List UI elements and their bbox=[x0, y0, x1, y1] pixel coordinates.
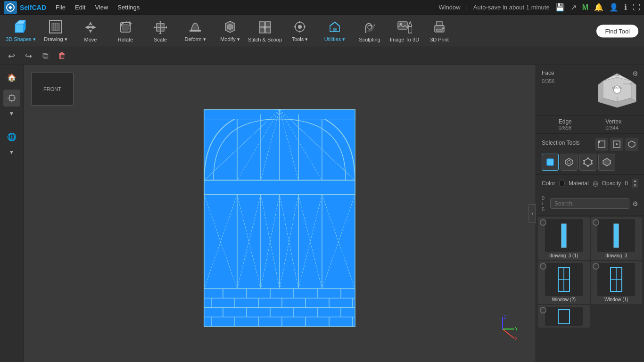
view-points-btn[interactable] bbox=[579, 154, 596, 171]
svg-marker-9 bbox=[85, 22, 96, 33]
color-material-opacity-row: Color Material ◎ Opacity 0 ▲ ▼ bbox=[536, 175, 644, 192]
menu-view[interactable]: View bbox=[91, 2, 112, 13]
tool-sculpting-label: Sculpting bbox=[359, 37, 380, 42]
delete-button[interactable]: 🗑 bbox=[56, 49, 69, 63]
svg-marker-16 bbox=[159, 21, 162, 22]
objects-search-input[interactable] bbox=[550, 198, 629, 209]
sel-tool-1[interactable] bbox=[595, 138, 608, 151]
fullscreen-icon[interactable]: ⛶ bbox=[633, 3, 640, 12]
tool-3d-print[interactable]: 3D Print bbox=[422, 16, 456, 46]
view-wireframe-btn[interactable] bbox=[561, 154, 578, 171]
svg-marker-144 bbox=[603, 158, 611, 166]
door-model bbox=[199, 105, 360, 331]
opacity-spinner[interactable]: ▲ ▼ bbox=[632, 179, 638, 188]
gear-label[interactable]: ⚙ bbox=[632, 70, 638, 77]
menu-settings[interactable]: Settings bbox=[114, 2, 143, 13]
undo-button[interactable]: ↩ bbox=[5, 49, 18, 63]
edge-vertex-info: Edge 0/698 Vertex 0/344 bbox=[536, 115, 644, 134]
tool-rotate-label: Rotate bbox=[118, 37, 133, 42]
object-window-1[interactable]: Window (1) bbox=[591, 261, 643, 304]
object-drawing-3-1[interactable]: drawing_3 (1) bbox=[538, 217, 590, 260]
find-tool-button[interactable]: Find Tool bbox=[596, 25, 638, 37]
svg-text:FRONT: FRONT bbox=[612, 86, 622, 89]
tool-3d-shapes-label: 3D Shapes ▾ bbox=[6, 36, 35, 42]
camera-view-label: FRONT bbox=[43, 86, 61, 92]
duplicate-button[interactable]: ⧉ bbox=[39, 49, 52, 63]
tool-utilities-label: Utilities ▾ bbox=[324, 36, 346, 42]
svg-rect-34 bbox=[398, 22, 407, 29]
tool-scale[interactable]: Scale bbox=[143, 16, 177, 46]
opacity-up-btn[interactable]: ▲ bbox=[632, 179, 638, 183]
tool-rotate[interactable]: Rotate bbox=[108, 16, 142, 46]
tool-deform[interactable]: Deform ▾ bbox=[178, 16, 212, 46]
share-icon[interactable]: ↗ bbox=[570, 3, 577, 12]
globe-icon[interactable]: 🌐 bbox=[3, 128, 20, 145]
tool-utilities[interactable]: Utilities ▾ bbox=[318, 16, 352, 46]
objects-settings-icon[interactable]: ⚙ bbox=[632, 200, 638, 207]
svg-point-27 bbox=[298, 25, 302, 29]
tool-stitch-scoop[interactable]: Stitch & Scoop bbox=[248, 16, 282, 46]
down-arrow-2-icon[interactable]: ▼ bbox=[9, 149, 15, 156]
svg-text:Y: Y bbox=[515, 326, 517, 331]
svg-point-141 bbox=[587, 165, 589, 167]
tool-move[interactable]: Move bbox=[74, 16, 107, 46]
tool-3d-shapes[interactable]: 3D Shapes ▾ bbox=[4, 16, 38, 46]
panel-toggle-button[interactable]: › bbox=[528, 204, 536, 223]
tool-image-to-3d-label: Image To 3D bbox=[390, 37, 419, 42]
svg-rect-145 bbox=[561, 224, 566, 247]
object-5[interactable] bbox=[538, 305, 590, 328]
notification-icon[interactable]: 🔔 bbox=[594, 3, 603, 12]
tool-tools-icon bbox=[292, 19, 307, 34]
opacity-down-btn[interactable]: ▼ bbox=[632, 183, 638, 188]
obj-select-5[interactable] bbox=[540, 307, 546, 313]
obj-label-drawing-3: drawing_3 bbox=[605, 253, 627, 258]
view-solid-btn[interactable] bbox=[542, 154, 559, 171]
material-icon[interactable]: ◎ bbox=[593, 180, 598, 187]
save-icon[interactable]: 💾 bbox=[555, 3, 565, 12]
tool-modify[interactable]: Modify ▾ bbox=[213, 16, 247, 46]
objects-count: 0 / 5 bbox=[542, 195, 547, 212]
down-arrow-icon[interactable]: ▼ bbox=[9, 110, 15, 117]
info-icon[interactable]: ℹ bbox=[624, 3, 627, 12]
home-icon[interactable]: 🏠 bbox=[3, 69, 20, 86]
svg-marker-15 bbox=[165, 26, 167, 29]
sel-tool-2[interactable] bbox=[610, 138, 623, 151]
obj-img-window-2 bbox=[545, 263, 583, 296]
object-window-2[interactable]: Window (2) bbox=[538, 261, 590, 304]
sel-tool-3[interactable] bbox=[625, 138, 638, 151]
opacity-label: Opacity bbox=[602, 180, 621, 187]
color-label: Color bbox=[542, 180, 555, 187]
svg-rect-39 bbox=[437, 22, 442, 25]
viewport[interactable]: FRONT bbox=[24, 65, 536, 362]
svg-rect-1 bbox=[15, 24, 24, 33]
main-area: 🏠 ▼ 🌐 ▼ FRONT bbox=[0, 65, 644, 362]
center-view-icon[interactable] bbox=[3, 90, 20, 107]
tool-scale-label: Scale bbox=[154, 37, 167, 42]
obj-select-drawing-3-1[interactable] bbox=[540, 219, 546, 226]
tool-tools[interactable]: Tools ▾ bbox=[283, 16, 317, 46]
object-drawing-3[interactable]: drawing_3 bbox=[591, 217, 643, 260]
obj-select-window-1[interactable] bbox=[593, 263, 599, 270]
vertex-count: 0/344 bbox=[605, 125, 621, 131]
obj-img-window-1 bbox=[597, 263, 635, 296]
m-icon[interactable]: M bbox=[582, 3, 588, 12]
view-mode-row bbox=[542, 154, 638, 171]
obj-select-window-2[interactable] bbox=[540, 263, 546, 270]
obj-label-window-1: Window (1) bbox=[604, 297, 628, 302]
user-icon[interactable]: 👤 bbox=[609, 3, 619, 12]
view-edges-btn[interactable] bbox=[598, 154, 615, 171]
tool-image-to-3d[interactable]: Image To 3D bbox=[388, 16, 421, 46]
tool-sculpting[interactable]: Sculpting bbox=[353, 16, 387, 46]
redo-button[interactable]: ↪ bbox=[22, 49, 35, 63]
svg-text:TOP: TOP bbox=[613, 73, 620, 76]
svg-point-139 bbox=[591, 160, 593, 162]
menu-edit[interactable]: Edit bbox=[71, 2, 89, 13]
svg-text:Z: Z bbox=[504, 315, 506, 320]
color-picker[interactable] bbox=[559, 180, 565, 187]
menu-file[interactable]: File bbox=[52, 2, 69, 13]
svg-rect-22 bbox=[265, 22, 271, 27]
selection-tools-label: Selection Tools bbox=[542, 140, 580, 146]
obj-select-drawing-3[interactable] bbox=[593, 219, 599, 226]
vertex-info: Vertex 0/344 bbox=[605, 118, 621, 131]
tool-drawing[interactable]: Drawing ▾ bbox=[39, 16, 73, 46]
